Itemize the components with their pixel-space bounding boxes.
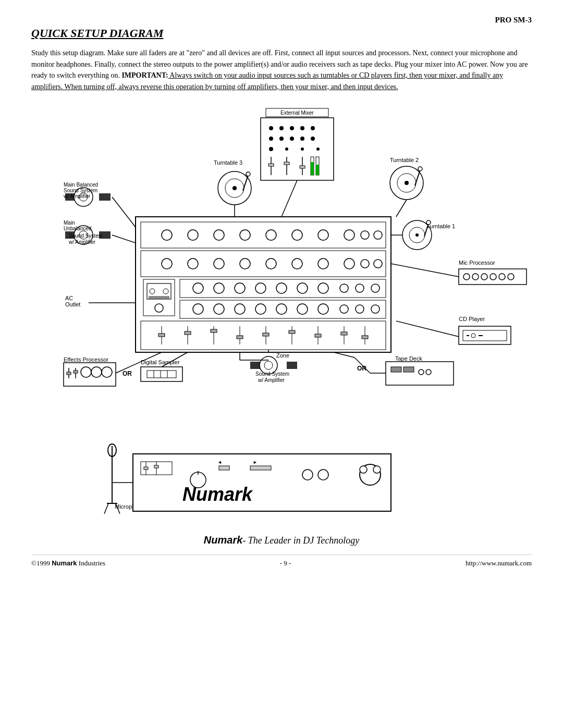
svg-text:◄: ◄: [217, 460, 222, 465]
svg-rect-59: [237, 336, 243, 339]
svg-point-14: [188, 258, 198, 269]
svg-rect-158: [403, 367, 414, 372]
svg-rect-27: [149, 296, 169, 299]
svg-line-166: [112, 197, 136, 227]
svg-point-9: [344, 230, 354, 240]
svg-point-99: [232, 186, 237, 190]
svg-point-35: [297, 283, 308, 293]
svg-point-28: [155, 304, 163, 312]
svg-rect-154: [287, 362, 297, 369]
page: PRO SM-3 QUICK SETUP DIAGRAM Study this …: [0, 0, 563, 728]
svg-rect-133: [463, 330, 507, 341]
svg-line-167: [112, 235, 136, 243]
svg-text:w/ Amplifier: w/ Amplifier: [258, 377, 285, 383]
numark-brand-footer: Numark: [204, 534, 242, 546]
svg-text:►: ►: [253, 460, 258, 465]
svg-point-15: [214, 258, 224, 269]
bottom-panel-area: Microphone ◄ ► Numark: [31, 441, 532, 524]
svg-rect-190: [154, 465, 158, 468]
svg-point-81: [269, 147, 273, 151]
svg-point-48: [340, 305, 348, 313]
svg-point-42: [214, 304, 224, 314]
svg-rect-86: [268, 164, 274, 166]
svg-point-153: [264, 361, 273, 369]
page-title: QUICK SETUP DIAGRAM: [31, 27, 532, 40]
svg-point-82: [285, 147, 288, 151]
svg-rect-140: [67, 372, 71, 375]
svg-rect-147: [147, 371, 176, 378]
svg-point-41: [193, 304, 203, 314]
svg-point-131: [508, 274, 514, 280]
svg-rect-157: [391, 367, 401, 372]
svg-point-83: [301, 147, 304, 151]
mic-processor-label: Mic Processor: [459, 260, 495, 266]
svg-point-8: [318, 230, 328, 240]
svg-rect-188: [144, 467, 148, 470]
svg-line-179: [334, 352, 354, 357]
svg-point-144: [91, 367, 102, 377]
svg-point-7: [292, 230, 302, 240]
diagram-area: External Mixer External Mixer Turntable …: [31, 102, 532, 425]
zone-label: Zone: [276, 352, 289, 359]
svg-point-197: [302, 470, 313, 480]
svg-point-198: [318, 470, 328, 480]
svg-text:w/ Amplifier: w/ Amplifier: [63, 193, 91, 199]
svg-point-80: [311, 137, 315, 141]
svg-point-201: [373, 466, 381, 473]
svg-point-104: [405, 181, 409, 185]
svg-point-22: [374, 260, 382, 268]
svg-rect-65: [315, 334, 321, 337]
svg-rect-55: [185, 331, 191, 335]
footer-copyright: ©1999 Numark Industries: [31, 559, 105, 567]
svg-text:Sound System: Sound System: [69, 233, 103, 239]
intro-paragraph: Study this setup diagram. Make sure all …: [31, 47, 532, 93]
svg-point-72: [279, 126, 284, 130]
turntable2-label: Turntable 2: [390, 157, 419, 163]
svg-point-129: [490, 274, 496, 280]
svg-point-71: [269, 126, 273, 130]
svg-point-5: [240, 230, 250, 240]
svg-point-30: [193, 283, 203, 293]
svg-point-47: [318, 304, 328, 314]
svg-point-32: [235, 283, 245, 293]
svg-line-169: [396, 321, 459, 337]
important-label: IMPORTANT:: [121, 71, 168, 79]
svg-point-2: [162, 230, 172, 240]
svg-point-4: [214, 230, 224, 240]
svg-point-76: [269, 137, 273, 141]
svg-rect-195: [250, 466, 271, 470]
svg-point-45: [276, 304, 287, 314]
turntable1-label: Turntable 1: [426, 223, 455, 229]
svg-point-106: [418, 167, 422, 171]
svg-rect-193: [219, 466, 229, 470]
svg-point-26: [163, 289, 168, 294]
svg-line-163: [396, 200, 407, 217]
svg-point-36: [318, 283, 328, 293]
footer-company-name: Numark: [52, 559, 77, 567]
svg-point-21: [361, 260, 369, 268]
svg-point-78: [290, 137, 294, 141]
svg-rect-69: [362, 336, 368, 339]
svg-rect-142: [74, 371, 78, 373]
svg-point-77: [279, 137, 284, 141]
svg-point-127: [472, 274, 479, 280]
svg-point-18: [292, 258, 302, 269]
svg-point-46: [297, 304, 308, 314]
svg-point-159: [419, 369, 424, 375]
svg-point-79: [300, 137, 304, 141]
footer-tagline: - The Leader in DJ Technology: [242, 535, 359, 546]
svg-rect-67: [341, 332, 347, 335]
svg-point-3: [188, 230, 198, 240]
effects-processor-label: Effects Processor: [64, 356, 108, 363]
svg-point-74: [300, 126, 304, 130]
footer-brand-line: Numark- The Leader in DJ Technology: [31, 534, 532, 546]
svg-point-126: [463, 274, 470, 280]
tape-deck-label: Tape Deck: [395, 355, 422, 362]
svg-rect-92: [311, 162, 314, 175]
svg-rect-88: [284, 162, 289, 165]
svg-point-13: [162, 258, 172, 269]
svg-text:Unbalanced: Unbalanced: [64, 226, 91, 231]
svg-point-145: [102, 367, 112, 377]
svg-rect-94: [316, 165, 319, 175]
svg-line-183: [104, 503, 108, 514]
